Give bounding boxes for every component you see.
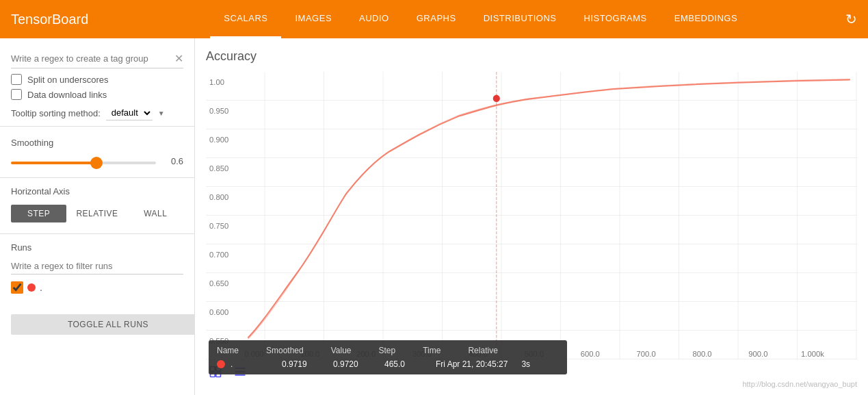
accuracy-chart: Accuracy 1.00 0.950 0.900 0.850 0.800 0.… <box>206 72 857 359</box>
toggle-all-runs-button[interactable]: TOGGLE ALL RUNS <box>11 314 195 335</box>
close-icon[interactable]: ✕ <box>174 52 183 65</box>
chevron-down-icon: ▼ <box>158 110 165 117</box>
nav-embeddings[interactable]: EMBEDDINGS <box>661 0 751 38</box>
chart-title: Accuracy <box>206 49 857 64</box>
sidebar: ✕ Split on underscores Data download lin… <box>0 38 195 395</box>
smoothing-slider[interactable] <box>11 162 156 164</box>
svg-text:800.0: 800.0 <box>692 350 711 358</box>
nav-images[interactable]: IMAGES <box>281 0 345 38</box>
tooltip-run-dot <box>217 360 225 368</box>
svg-text:0.800: 0.800 <box>209 193 228 201</box>
svg-text:0.650: 0.650 <box>209 279 228 288</box>
download-links-checkbox[interactable] <box>11 89 22 100</box>
tooltip-values: . 0.9719 0.9720 465.0 Fri Apr 21, 20:45:… <box>231 359 559 369</box>
haxis-step-button[interactable]: STEP <box>11 205 66 222</box>
nav-graphs[interactable]: GRAPHS <box>403 0 470 38</box>
app-logo: TensorBoard <box>11 12 88 27</box>
svg-rect-0 <box>206 72 857 359</box>
smoothing-title: Smoothing <box>11 138 183 148</box>
nav-audio[interactable]: AUDIO <box>345 0 403 38</box>
smoothing-section: Smoothing 0.6 <box>0 129 194 178</box>
svg-text:0.850: 0.850 <box>209 164 228 173</box>
tooltip-sort-select[interactable]: default <box>106 105 153 120</box>
tooltip-relative-val: 3s <box>521 359 559 369</box>
tooltip-value-val: 0.9720 <box>333 359 371 369</box>
watermark: http://blog.csdn.net/wangyao_bupt <box>742 380 857 388</box>
svg-text:0.950: 0.950 <box>209 107 228 115</box>
chart-wrapper: Accuracy 1.00 0.950 0.900 0.850 0.800 0.… <box>206 72 857 359</box>
smoothing-value: 0.6 <box>164 156 183 166</box>
smoothing-slider-row: 0.6 <box>11 156 183 166</box>
haxis-relative-button[interactable]: RELATIVE <box>69 205 124 222</box>
tooltip-sort-row: Tooltip sorting method: default ▼ <box>11 105 183 120</box>
tooltip-col-relative: Relative <box>468 346 497 355</box>
run-checkbox[interactable] <box>11 281 23 294</box>
svg-text:1.000k: 1.000k <box>801 350 824 358</box>
tooltip-smoothed-val: 0.9719 <box>282 359 319 369</box>
tooltip-time-val: Fri Apr 21, 20:45:27 <box>436 359 508 369</box>
horizontal-axis-buttons: STEP RELATIVE WALL <box>11 205 183 222</box>
tag-search-row: ✕ <box>11 52 183 68</box>
svg-text:900.0: 900.0 <box>748 350 767 358</box>
nav-distributions[interactable]: DISTRIBUTIONS <box>470 0 570 38</box>
tooltip-header: Name Smoothed Value Step Time Relative <box>217 346 559 355</box>
tooltip-data-row: . 0.9719 0.9720 465.0 Fri Apr 21, 20:45:… <box>217 359 559 369</box>
tooltip-name-val: . <box>231 359 268 369</box>
main-content: Accuracy Accuracy 1.00 0.950 0.900 0.850… <box>195 38 868 395</box>
run-label: . <box>40 282 42 293</box>
svg-text:700.0: 700.0 <box>637 350 656 358</box>
horizontal-axis-title: Horizontal Axis <box>11 186 183 196</box>
refresh-icon[interactable]: ↻ <box>845 11 857 27</box>
runs-title: Runs <box>11 242 183 253</box>
split-underscores-checkbox[interactable] <box>11 74 22 85</box>
runs-filter-input[interactable] <box>11 261 183 275</box>
header: TensorBoard SCALARS IMAGES AUDIO GRAPHS … <box>0 0 868 38</box>
split-underscores-label: Split on underscores <box>27 75 109 85</box>
tooltip-sort-label: Tooltip sorting method: <box>11 108 101 118</box>
svg-text:0.900: 0.900 <box>209 136 228 144</box>
run-color-dot <box>27 283 36 292</box>
main-layout: ✕ Split on underscores Data download lin… <box>0 38 868 395</box>
tooltip-step-val: 465.0 <box>384 359 422 369</box>
svg-text:1.00: 1.00 <box>209 78 224 86</box>
run-item: . <box>11 281 183 294</box>
download-links-label: Data download links <box>27 90 107 100</box>
tooltip-col-value: Value <box>331 346 352 355</box>
split-underscores-row: Split on underscores <box>11 74 183 85</box>
tooltip-col-smoothed: Smoothed <box>266 346 304 355</box>
svg-text:600.0: 600.0 <box>581 350 600 358</box>
svg-text:0.600: 0.600 <box>209 308 228 316</box>
download-links-row: Data download links <box>11 89 183 100</box>
nav-scalars[interactable]: SCALARS <box>210 0 281 38</box>
tag-group-section: ✕ Split on underscores Data download lin… <box>0 47 194 127</box>
tooltip-col-name: Name <box>217 346 239 355</box>
tooltip-col-time: Time <box>423 346 440 355</box>
smoothing-slider-container <box>11 156 156 166</box>
main-nav: SCALARS IMAGES AUDIO GRAPHS DISTRIBUTION… <box>116 0 845 38</box>
horizontal-axis-section: Horizontal Axis STEP RELATIVE WALL <box>0 178 194 234</box>
svg-text:0.750: 0.750 <box>209 222 228 230</box>
tooltip-col-step: Step <box>379 346 396 355</box>
runs-section: Runs . <box>0 234 194 306</box>
tag-search-input[interactable] <box>11 53 174 64</box>
svg-text:0.700: 0.700 <box>209 251 228 259</box>
nav-histograms[interactable]: HISTOGRAMS <box>570 0 661 38</box>
haxis-wall-button[interactable]: WALL <box>128 205 183 222</box>
tooltip-popup: Name Smoothed Value Step Time Relative .… <box>209 340 567 374</box>
